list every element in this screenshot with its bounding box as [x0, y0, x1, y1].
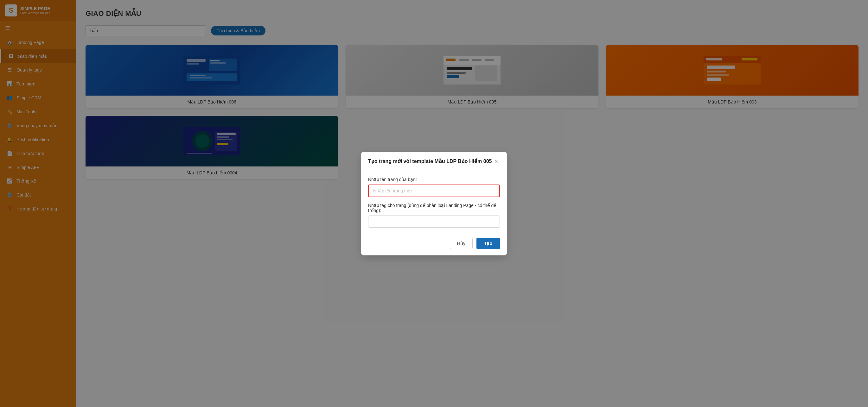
page-name-label: Nhập tên trang của bạn:	[368, 177, 500, 182]
modal-body: Nhập tên trang của bạn: Nhập tag cho tra…	[361, 170, 507, 233]
modal-footer: Hủy Tạo	[361, 233, 507, 256]
page-name-input[interactable]	[368, 184, 500, 197]
modal-close-button[interactable]: ×	[492, 158, 500, 165]
modal-title: Tạo trang mới với template Mẫu LDP Bảo H…	[368, 158, 492, 164]
create-button[interactable]: Tạo	[476, 238, 500, 249]
cancel-button[interactable]: Hủy	[450, 238, 473, 249]
create-page-modal: Tạo trang mới với template Mẫu LDP Bảo H…	[361, 152, 507, 256]
modal-overlay[interactable]: Tạo trang mới với template Mẫu LDP Bảo H…	[0, 0, 868, 407]
modal-header: Tạo trang mới với template Mẫu LDP Bảo H…	[361, 152, 507, 170]
page-tag-input[interactable]	[368, 215, 500, 228]
page-tag-label: Nhập tag cho trang (dùng để phân loại La…	[368, 203, 500, 213]
